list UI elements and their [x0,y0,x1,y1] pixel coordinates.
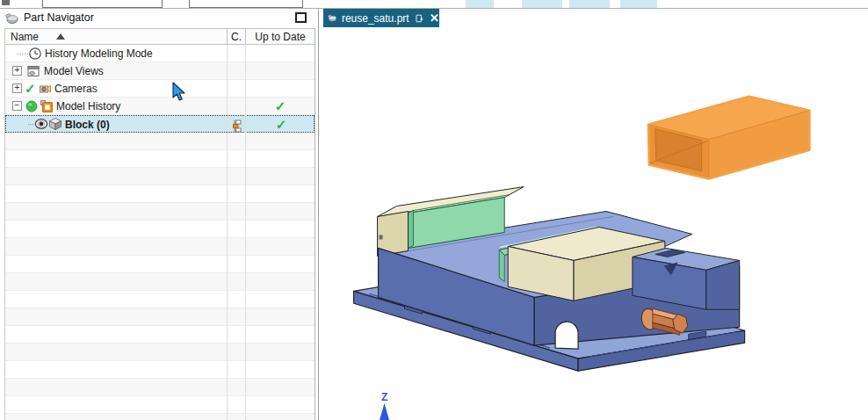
clock-icon [28,47,42,61]
tree-row-model-views[interactable]: + Model Views [5,62,315,80]
part-navigator-header: Part Navigator [0,9,318,28]
modified-document-icon [416,12,423,25]
check-icon: ✓ [276,117,287,132]
empty-row[interactable] [5,185,315,203]
empty-row[interactable] [5,361,315,379]
empty-row[interactable] [5,344,315,361]
panel-title: Part Navigator [24,11,94,24]
status-check-icon: ✓ [25,80,36,98]
model-viewport[interactable]: Z [323,27,868,420]
ribbon-remnant-strip [0,0,868,9]
ribbon-cut-icon [2,0,10,5]
empty-row[interactable] [5,150,315,168]
up-to-date-cell: ✓ [246,98,315,115]
empty-row[interactable] [5,326,315,344]
part-icon [328,11,337,25]
tree-item-label: Model Views [44,65,104,77]
tree-item-label: Block (0) [65,119,110,131]
sort-ascending-icon[interactable] [56,33,65,40]
tree-rows: History Modeling Mode + Model Views + ✓ [5,45,315,420]
ribbon-button-remnant[interactable] [620,0,657,8]
vise-model[interactable] [354,187,745,372]
empty-row[interactable] [5,238,315,256]
column-header-name[interactable]: Name [11,31,39,43]
camera-icon [38,82,52,96]
ribbon-button-remnant[interactable] [569,0,610,8]
panel-divider[interactable] [318,9,319,420]
empty-row[interactable] [5,133,315,150]
tree-connector [17,54,28,54]
empty-row[interactable] [5,396,315,414]
tree-row-model-history[interactable]: − Model History ✓ [5,98,315,115]
column-header-up-to-date[interactable]: Up to Date [246,31,315,43]
tree-item-label: Model History [56,100,120,112]
up-to-date-cell: ✓ [247,116,315,134]
close-icon[interactable]: ✕ [430,11,439,25]
eye-icon[interactable] [34,117,48,131]
model-history-icon [40,99,54,113]
table-header: Name C. Up to Date [5,28,315,45]
tab-reuse-satu-prt[interactable]: reuse_satu.prt ✕ [323,9,439,27]
timestamp-order-icon [232,119,242,133]
ribbon-button-remnant[interactable] [522,0,562,8]
expand-icon[interactable]: + [12,83,22,93]
tree-item-label: Cameras [54,83,98,95]
tab-bar: reuse_satu.prt ✕ [323,9,868,27]
column-separator [227,45,228,420]
tree-connector [28,124,34,125]
ribbon-combo-remnant[interactable] [189,0,303,8]
check-icon: ✓ [275,98,286,113]
ribbon-combo-remnant[interactable] [42,0,163,8]
empty-row[interactable] [5,273,315,291]
empty-row[interactable] [5,221,315,238]
status-circle-icon [25,99,39,113]
empty-row[interactable] [5,414,315,420]
ribbon-button-remnant[interactable] [466,0,494,8]
model-views-icon [26,64,40,78]
part-navigator-table: Name C. Up to Date History [4,28,315,420]
empty-row[interactable] [5,291,315,308]
tree-row-block-0[interactable]: Block (0) ✓ [5,115,315,133]
expand-icon[interactable]: + [12,66,22,76]
z-axis-arrow [380,403,389,420]
panel-float-button[interactable] [295,12,307,23]
graphics-area: reuse_satu.prt ✕ [323,9,868,420]
empty-row[interactable] [5,379,315,396]
empty-row[interactable] [5,203,315,221]
tree-row-history-modeling-mode[interactable]: History Modeling Mode [5,45,315,62]
tree-item-label: History Modeling Mode [45,47,153,60]
empty-row[interactable] [5,256,315,273]
column-separator [245,29,246,44]
part-icon [5,11,19,25]
tree-row-cameras[interactable]: + ✓ Cameras [5,80,315,98]
block-cube-icon [48,117,62,131]
z-axis-label: Z [381,391,387,403]
column-header-c[interactable]: C. [228,31,245,43]
collapse-icon[interactable]: − [12,101,22,111]
part-navigator-panel: Part Navigator Name C. Up to Date [0,9,318,420]
orange-block-preview[interactable] [648,97,810,179]
z-axis-triad[interactable]: Z [380,391,389,420]
column-separator [245,45,246,420]
empty-row[interactable] [5,308,315,326]
empty-row[interactable] [5,168,315,185]
base-arch-cutout [555,322,578,349]
tab-label: reuse_satu.prt [342,12,409,25]
nx-application-window: Part Navigator Name C. Up to Date [0,0,868,420]
column-separator [227,29,228,44]
